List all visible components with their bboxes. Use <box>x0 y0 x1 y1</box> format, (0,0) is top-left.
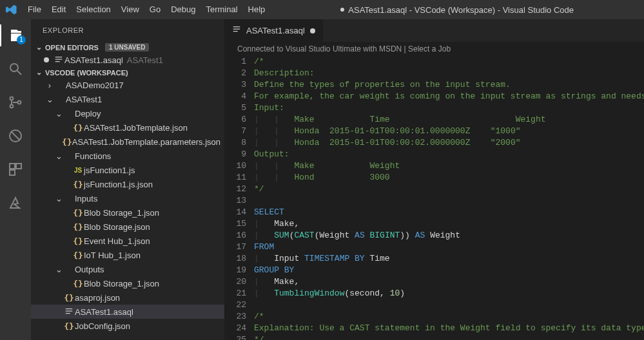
code-line[interactable]: | Make, <box>254 276 644 288</box>
line-number: 10 <box>224 160 246 172</box>
workspace-header[interactable]: ⌄ VSCODE (WORKSPACE) <box>31 67 224 78</box>
code-line[interactable]: Explanation: Use a CAST statement in the… <box>254 323 644 334</box>
svg-point-2 <box>10 97 14 100</box>
chevron-down-icon[interactable]: ⌄ <box>54 151 63 161</box>
code-line[interactable]: /* <box>254 56 644 68</box>
menu-selection[interactable]: Selection <box>71 0 115 19</box>
tree-item[interactable]: JSjsFunction1.js <box>31 163 224 177</box>
svg-rect-8 <box>16 164 21 169</box>
tree-item[interactable]: {}IoT Hub_1.json <box>31 248 224 262</box>
code-line[interactable]: Define the types of properties on the in… <box>254 79 644 91</box>
tree-item[interactable]: ⌄ASATest1 <box>31 92 224 106</box>
json-braces-icon: {} <box>72 180 84 189</box>
code-line[interactable]: */ <box>254 184 644 195</box>
tree-item[interactable]: {}Blob Storage.json <box>31 220 224 234</box>
tree-item[interactable]: ⌄Functions <box>31 149 224 163</box>
menu-bar: FileEditSelectionViewGoDebugTerminalHelp <box>23 0 270 19</box>
workspace-label: VSCODE (WORKSPACE) <box>45 69 128 77</box>
code-line[interactable]: | TumblingWindow(second, 10) <box>254 288 644 299</box>
tree-item-label: asaproj.json <box>75 293 120 303</box>
code-line[interactable]: Input: <box>254 102 644 114</box>
menu-help[interactable]: Help <box>243 0 271 19</box>
tree-item[interactable]: {}jsFunction1.js.json <box>31 177 224 191</box>
menu-go[interactable]: Go <box>144 0 166 19</box>
line-number: 19 <box>224 265 246 276</box>
tree-item-label: Inputs <box>75 194 97 203</box>
line-number: 5 <box>224 102 246 114</box>
line-number: 6 <box>224 114 246 126</box>
tree-item[interactable]: {}Event Hub_1.json <box>31 234 224 248</box>
tree-item-label: jsFunction1.js.json <box>84 180 153 189</box>
activity-bar: 1 <box>0 19 31 340</box>
tree-item[interactable]: ⌄Outputs <box>31 262 224 276</box>
code-line[interactable] <box>254 195 644 207</box>
editor-breadcrumb[interactable]: Connected to Visual Studio Ultimate with… <box>224 42 644 56</box>
line-number: 23 <box>224 311 246 323</box>
code-line[interactable]: | | Make Time Weight <box>254 114 644 126</box>
window-title-text: ASATest1.asaql - VSCode (Workspace) - Vi… <box>348 5 574 15</box>
file-lines-icon <box>53 55 64 64</box>
menu-file[interactable]: File <box>23 0 46 19</box>
code-line[interactable]: */ <box>254 334 644 340</box>
chevron-down-icon[interactable]: ⌄ <box>54 109 63 118</box>
code-line[interactable]: | | Honda 2015-01-01T00:00:01.0000000Z "… <box>254 126 644 137</box>
tree-item-label: Event Hub_1.json <box>84 236 150 246</box>
menu-edit[interactable]: Edit <box>46 0 71 19</box>
tab-asatest1[interactable]: ASATest1.asaql <box>224 19 324 42</box>
code-line[interactable]: Output: <box>254 149 644 160</box>
dirty-indicator-icon <box>44 57 49 62</box>
code-line[interactable]: SELECT <box>254 207 644 218</box>
code-line[interactable]: FROM <box>254 241 644 253</box>
line-number: 17 <box>224 241 246 253</box>
tree-item[interactable]: ›ASADemo2017 <box>31 78 224 92</box>
code-content[interactable]: /*Description:Define the types of proper… <box>254 56 644 340</box>
activity-debug-icon[interactable] <box>0 125 31 147</box>
tree-item[interactable]: ⌄Deploy <box>31 106 224 120</box>
code-line[interactable]: /* <box>254 311 644 323</box>
menu-terminal[interactable]: Terminal <box>200 0 242 19</box>
code-editor[interactable]: 1234567891011121314151617181920212223242… <box>224 56 644 340</box>
code-line[interactable]: | Make, <box>254 218 644 230</box>
code-line[interactable]: Description: <box>254 68 644 79</box>
open-editor-item[interactable]: ASATest1.asaqlASATest1 <box>31 53 224 67</box>
code-line[interactable]: | SUM(CAST(Weight AS BIGINT)) AS Weight <box>254 230 644 241</box>
activity-azure-icon[interactable] <box>0 192 31 214</box>
activity-extensions-icon[interactable] <box>0 158 31 180</box>
editor-tabs: ASATest1.asaql <box>224 19 644 42</box>
tree-item[interactable]: {}ASATest1.JobTemplate.json <box>31 120 224 135</box>
chevron-down-icon[interactable]: ⌄ <box>45 95 54 104</box>
line-number: 4 <box>224 91 246 102</box>
tree-item[interactable]: {}ASATest1.JobTemplate.parameters.json <box>31 135 224 149</box>
tree-item-label: ASATest1.JobTemplate.json <box>84 123 188 133</box>
code-line[interactable]: | Input TIMESTAMP BY Time <box>254 253 644 265</box>
code-line[interactable] <box>254 299 644 311</box>
chevron-down-icon[interactable]: ⌄ <box>54 265 63 274</box>
json-braces-icon: {} <box>72 236 84 246</box>
tree-item[interactable]: {}Blob Storage_1.json <box>31 276 224 290</box>
code-line[interactable]: | | Hond 3000 <box>254 172 644 184</box>
code-line[interactable]: GROUP BY <box>254 265 644 276</box>
sidebar-title: EXPLORER <box>31 19 224 42</box>
tree-item[interactable]: {}Blob Storage_1.json <box>31 205 224 220</box>
menu-view[interactable]: View <box>116 0 144 19</box>
title-bar: FileEditSelectionViewGoDebugTerminalHelp… <box>0 0 644 19</box>
code-line[interactable]: For example, the car weight is coming on… <box>254 91 644 102</box>
tree-item[interactable]: ASATest1.asaql <box>31 305 224 319</box>
open-editors-header[interactable]: ⌄ OPEN EDITORS 1 UNSAVED <box>31 42 224 53</box>
code-line[interactable]: | | Make Weight <box>254 160 644 172</box>
svg-point-0 <box>10 64 18 71</box>
tree-item-label: jsFunction1.js <box>84 165 135 175</box>
activity-explorer-icon[interactable]: 1 <box>0 24 31 46</box>
open-editor-path: ASATest1 <box>127 55 163 65</box>
code-line[interactable]: | | Honda 2015-01-01T00:00:02.0000000Z "… <box>254 137 644 149</box>
tree-item[interactable]: ⌄Inputs <box>31 191 224 205</box>
menu-debug[interactable]: Debug <box>166 0 200 19</box>
tree-item[interactable]: {}asaproj.json <box>31 290 224 305</box>
tab-label: ASATest1.asaql <box>246 26 305 35</box>
activity-search-icon[interactable] <box>0 58 31 80</box>
activity-scm-icon[interactable] <box>0 91 31 113</box>
tree-item[interactable]: {}JobConfig.json <box>31 319 224 333</box>
line-number: 21 <box>224 288 246 299</box>
chevron-down-icon[interactable]: ⌄ <box>54 194 63 203</box>
chevron-right-icon[interactable]: › <box>45 80 54 90</box>
